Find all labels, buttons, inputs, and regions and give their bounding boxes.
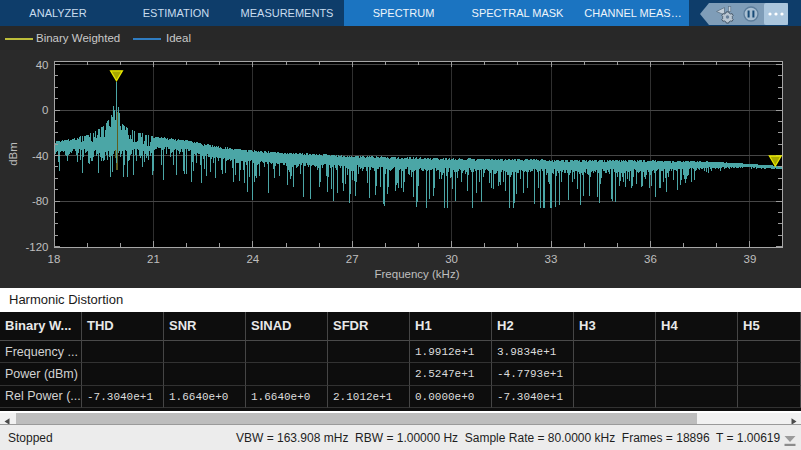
svg-text:21: 21 (147, 253, 160, 265)
svg-text:39: 39 (744, 253, 757, 265)
svg-text:40: 40 (36, 59, 49, 71)
svg-text:27: 27 (346, 253, 359, 265)
svg-text:33: 33 (545, 253, 558, 265)
svg-text:24: 24 (246, 253, 259, 265)
svg-text:-120: -120 (25, 241, 48, 253)
svg-text:dBm: dBm (7, 142, 19, 166)
svg-text:30: 30 (445, 253, 458, 265)
svg-text:Frequency (kHz): Frequency (kHz) (375, 268, 460, 280)
svg-text:18: 18 (48, 253, 61, 265)
svg-text:-40: -40 (32, 150, 49, 162)
svg-text:0: 0 (42, 104, 48, 116)
svg-text:-80: -80 (32, 195, 49, 207)
svg-text:36: 36 (644, 253, 657, 265)
